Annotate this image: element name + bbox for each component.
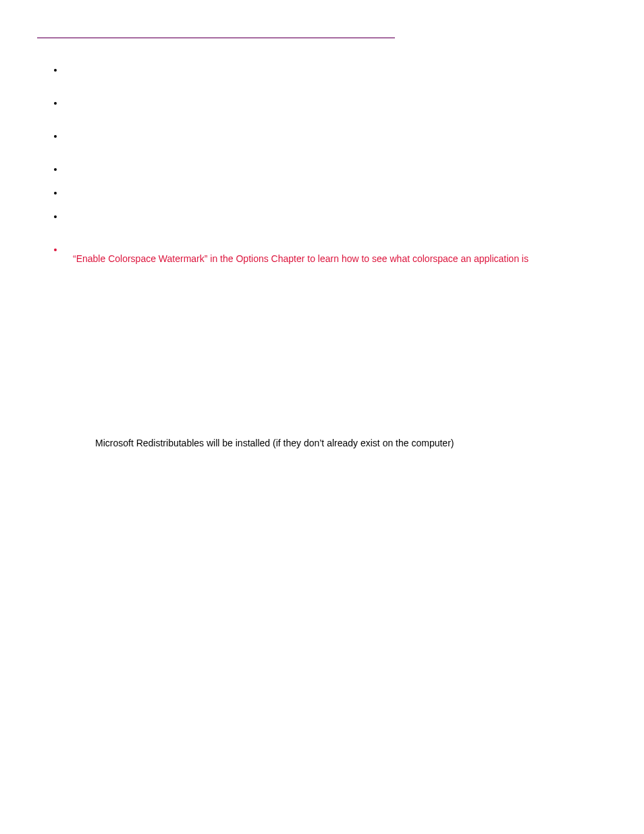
list-item (64, 209, 607, 224)
section-rule (37, 37, 395, 38)
list-item (64, 186, 607, 200)
list-item (64, 96, 607, 110)
list-item (64, 63, 607, 77)
redistributables-paragraph: Microsoft Redistributables will be insta… (95, 436, 607, 450)
list-item (64, 129, 607, 143)
list-item (64, 162, 607, 176)
red-continuation-text: “Enable Colorspace Watermark” in the Opt… (73, 251, 607, 267)
bullet-list (37, 63, 607, 257)
